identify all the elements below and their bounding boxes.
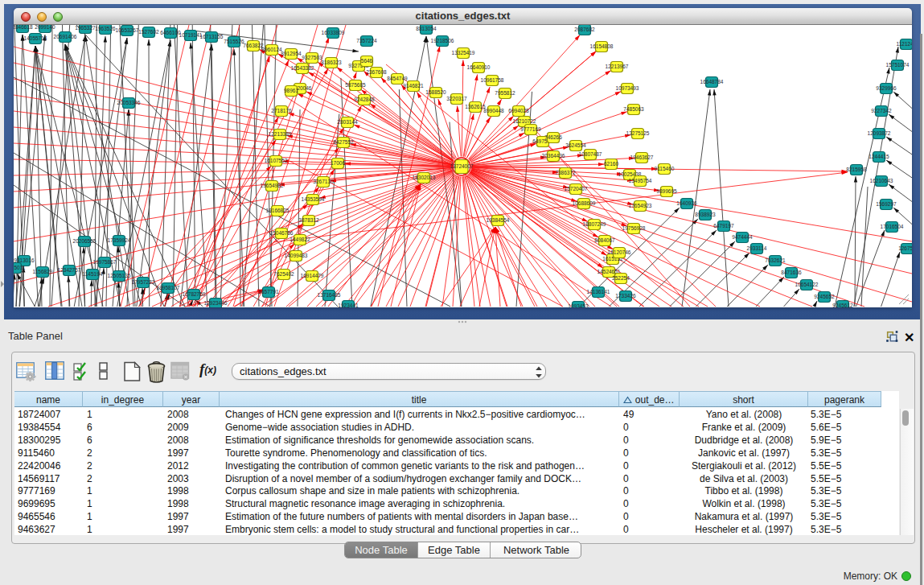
svg-text:10961758: 10961758 bbox=[481, 77, 504, 83]
svg-text:9115460: 9115460 bbox=[655, 166, 675, 171]
svg-text:3220317: 3220317 bbox=[446, 96, 467, 101]
svg-text:18302013: 18302013 bbox=[413, 175, 436, 180]
svg-text:8215958: 8215958 bbox=[846, 167, 867, 172]
svg-text:6994028: 6994028 bbox=[508, 108, 529, 113]
svg-text:19218506: 19218506 bbox=[431, 38, 454, 43]
svg-text:9242848: 9242848 bbox=[354, 97, 375, 102]
svg-text:10654122: 10654122 bbox=[795, 282, 819, 287]
svg-text:7515526: 7515526 bbox=[224, 39, 244, 44]
svg-text:9657791: 9657791 bbox=[258, 289, 279, 295]
svg-text:8186323: 8186323 bbox=[321, 60, 342, 65]
svg-text:6466100: 6466100 bbox=[160, 30, 181, 35]
svg-text:8912954: 8912954 bbox=[281, 51, 302, 56]
svg-text:3878312: 3878312 bbox=[298, 217, 319, 223]
svg-text:7357224: 7357224 bbox=[356, 38, 377, 43]
svg-text:3267130: 3267130 bbox=[313, 179, 334, 184]
svg-text:10973493: 10973493 bbox=[616, 85, 639, 91]
svg-text:9146821: 9146821 bbox=[403, 83, 424, 89]
svg-text:12093872: 12093872 bbox=[868, 130, 891, 136]
svg-text:10719141: 10719141 bbox=[179, 32, 203, 38]
svg-text:12505135: 12505135 bbox=[108, 273, 131, 278]
svg-text:10807487: 10807487 bbox=[579, 151, 602, 157]
svg-text:16210643: 16210643 bbox=[870, 178, 893, 183]
svg-text:16914479: 16914479 bbox=[301, 273, 324, 278]
svg-text:19975867: 19975867 bbox=[93, 259, 117, 265]
svg-text:9329966: 9329966 bbox=[876, 85, 897, 91]
svg-text:16210722: 16210722 bbox=[513, 118, 536, 124]
svg-text:2803144: 2803144 bbox=[337, 119, 358, 125]
svg-text:16033809: 16033809 bbox=[322, 30, 345, 35]
svg-text:1244415: 1244415 bbox=[869, 154, 889, 159]
svg-text:746266: 746266 bbox=[544, 134, 562, 140]
svg-text:12342757: 12342757 bbox=[58, 267, 81, 273]
svg-text:19654982: 19654982 bbox=[261, 183, 284, 188]
svg-text:98961: 98961 bbox=[284, 88, 298, 93]
svg-text:19463627: 19463627 bbox=[630, 154, 654, 160]
svg-text:8427552: 8427552 bbox=[333, 139, 354, 145]
svg-text:62160: 62160 bbox=[604, 161, 618, 167]
svg-text:9899695: 9899695 bbox=[656, 188, 677, 194]
svg-text:9777169: 9777169 bbox=[520, 126, 541, 132]
svg-text:8938923: 8938923 bbox=[695, 212, 716, 217]
svg-text:13495754: 13495754 bbox=[629, 178, 652, 183]
svg-text:1449822: 1449822 bbox=[290, 237, 310, 242]
svg-text:5875685: 5875685 bbox=[345, 82, 366, 88]
svg-text:8471636: 8471636 bbox=[781, 270, 802, 275]
svg-text:7955812: 7955812 bbox=[495, 90, 515, 96]
svg-text:14099483: 14099483 bbox=[285, 253, 308, 258]
svg-text:8454749: 8454749 bbox=[387, 76, 408, 81]
svg-text:1569297: 1569297 bbox=[876, 201, 897, 207]
svg-text:9245652: 9245652 bbox=[814, 294, 835, 299]
svg-text:1963526: 1963526 bbox=[95, 26, 116, 31]
svg-text:13325419: 13325419 bbox=[452, 50, 475, 56]
svg-text:17359924: 17359924 bbox=[108, 237, 131, 243]
svg-text:15751074: 15751074 bbox=[886, 62, 910, 68]
svg-text:2933114: 2933114 bbox=[747, 245, 767, 251]
svg-text:9327503: 9327503 bbox=[302, 55, 322, 60]
svg-text:14353594: 14353594 bbox=[302, 196, 325, 202]
svg-text:6479197: 6479197 bbox=[713, 223, 734, 229]
svg-text:8990448: 8990448 bbox=[483, 108, 504, 113]
svg-text:12213389: 12213389 bbox=[269, 131, 292, 137]
svg-text:1923441: 1923441 bbox=[338, 303, 359, 307]
svg-text:16107552: 16107552 bbox=[265, 158, 288, 163]
svg-text:16713155: 16713155 bbox=[200, 34, 224, 39]
svg-text:17654923: 17654923 bbox=[629, 203, 652, 208]
svg-text:16640910: 16640910 bbox=[467, 64, 491, 70]
svg-text:19958107: 19958107 bbox=[157, 285, 180, 290]
svg-text:1527602: 1527602 bbox=[138, 29, 159, 35]
svg-text:16782759: 16782759 bbox=[183, 291, 206, 297]
svg-text:16648784: 16648784 bbox=[700, 79, 724, 84]
svg-text:3624554: 3624554 bbox=[565, 142, 586, 148]
svg-text:2087682: 2087682 bbox=[574, 27, 595, 32]
svg-text:20206565: 20206565 bbox=[73, 238, 97, 244]
svg-text:12923446: 12923446 bbox=[204, 300, 228, 306]
svg-text:1156829: 1156829 bbox=[33, 269, 53, 274]
svg-text:3315011: 3315011 bbox=[14, 265, 26, 270]
svg-text:1121247: 1121247 bbox=[897, 41, 912, 47]
svg-text:19384554: 19384554 bbox=[487, 217, 510, 223]
svg-text:9227342: 9227342 bbox=[871, 108, 892, 113]
svg-text:252254: 252254 bbox=[612, 275, 630, 281]
svg-text:15720407: 15720407 bbox=[565, 186, 588, 192]
svg-text:7632621: 7632621 bbox=[765, 257, 786, 263]
svg-text:2367608: 2367608 bbox=[366, 69, 387, 75]
svg-text:15046766: 15046766 bbox=[270, 230, 294, 236]
svg-text:1588520: 1588520 bbox=[425, 89, 446, 95]
svg-text:10688609: 10688609 bbox=[573, 200, 596, 206]
svg-text:2099140: 2099140 bbox=[35, 25, 55, 30]
svg-text:8084067: 8084067 bbox=[594, 237, 615, 243]
svg-text:1145194: 1145194 bbox=[83, 271, 103, 277]
svg-text:16543382: 16543382 bbox=[291, 65, 314, 71]
svg-text:7625402: 7625402 bbox=[273, 271, 294, 277]
svg-text:16154808: 16154808 bbox=[590, 43, 614, 49]
svg-text:20053346: 20053346 bbox=[117, 100, 141, 105]
svg-text:17957223: 17957223 bbox=[132, 279, 155, 285]
svg-text:18807249: 18807249 bbox=[583, 221, 606, 227]
svg-text:10653267: 10653267 bbox=[116, 27, 139, 33]
svg-text:17016504: 17016504 bbox=[881, 224, 904, 229]
svg-text:2846618: 2846618 bbox=[14, 25, 33, 30]
svg-text:1640936: 1640936 bbox=[676, 200, 697, 206]
svg-text:9245612: 9245612 bbox=[832, 303, 853, 307]
svg-text:19166825: 19166825 bbox=[266, 208, 290, 213]
